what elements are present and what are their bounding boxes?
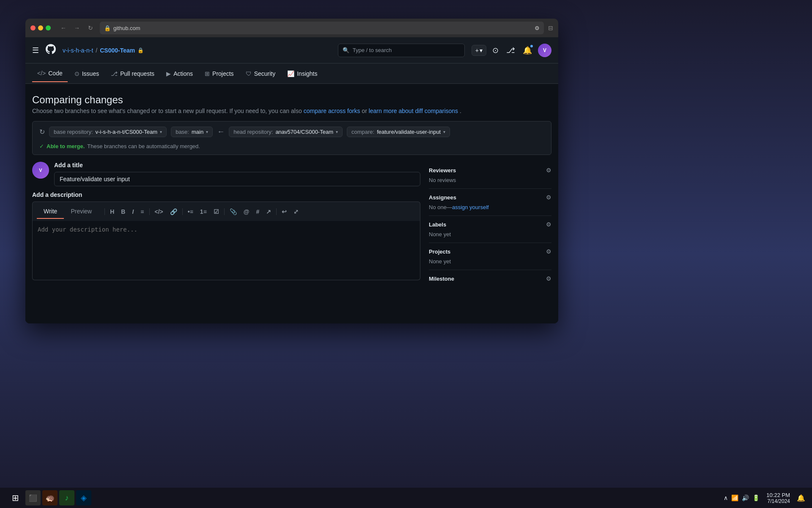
- heading-button[interactable]: H: [107, 207, 117, 217]
- swap-icon: ←: [217, 127, 225, 136]
- user-avatar: V: [32, 162, 49, 179]
- maximize-window-button[interactable]: [46, 25, 51, 30]
- assignees-gear-icon[interactable]: ⚙: [546, 194, 551, 201]
- chevron-up-icon[interactable]: ∧: [724, 494, 728, 501]
- reviewers-gear-icon[interactable]: ⚙: [546, 167, 551, 174]
- tab-code[interactable]: </> Code: [32, 65, 68, 82]
- battery-icon: 🔋: [752, 494, 760, 501]
- split-screen-icon[interactable]: ⊟: [548, 25, 553, 31]
- fullscreen-button[interactable]: ⤢: [291, 207, 301, 217]
- hamburger-menu-button[interactable]: ☰: [32, 46, 39, 55]
- refresh-button[interactable]: ↻: [85, 23, 96, 33]
- editor-toolbar: Write Preview H B I ≡ </> 🔗: [32, 202, 420, 221]
- taskbar-spotify[interactable]: ♪: [59, 490, 74, 505]
- page-subtitle: Choose two branches to see what's change…: [32, 108, 551, 114]
- minimize-window-button[interactable]: [38, 25, 43, 30]
- projects-title: Projects: [429, 248, 450, 255]
- page-title: Comparing changes: [32, 94, 551, 106]
- wifi-icon[interactable]: 📶: [731, 494, 738, 501]
- breadcrumb-sep: /: [96, 47, 97, 54]
- undo-button[interactable]: ↩: [279, 207, 289, 217]
- cross-reference-button[interactable]: ↗: [263, 207, 274, 217]
- numbered-list-button[interactable]: 1≡: [198, 207, 209, 217]
- desc-label: Add a description: [32, 191, 420, 198]
- terminal-icon: ⬛: [29, 494, 37, 502]
- github-logo[interactable]: [46, 44, 56, 57]
- write-tab[interactable]: Write: [37, 204, 64, 219]
- avatar[interactable]: V: [538, 44, 551, 57]
- attachment-button[interactable]: 📎: [227, 207, 239, 217]
- milestone-header: Milestone ⚙: [429, 275, 551, 282]
- global-search[interactable]: 🔍 Type / to search: [338, 44, 465, 57]
- labels-header: Labels ⚙: [429, 221, 551, 228]
- head-repo-select[interactable]: head repository: anav5704/CS000-Team ▾: [229, 127, 343, 137]
- url-text: github.com: [113, 25, 140, 31]
- notification-bell-icon[interactable]: 🔔: [797, 494, 805, 502]
- unordered-list-button[interactable]: •≡: [185, 207, 196, 217]
- bold-button[interactable]: B: [118, 207, 128, 217]
- pr-title-input[interactable]: [54, 172, 420, 186]
- username[interactable]: v-i-s-h-a-n-t: [63, 47, 93, 54]
- start-button[interactable]: ⊞: [7, 489, 24, 506]
- page-header: Comparing changes Choose two branches to…: [32, 94, 551, 114]
- insights-icon: 📈: [287, 70, 294, 77]
- tab-actions-label: Actions: [173, 70, 193, 77]
- taskbar-terminal[interactable]: ⬛: [25, 490, 41, 505]
- pull-requests-icon[interactable]: ⎇: [505, 44, 517, 57]
- write-preview-tabs: Write Preview: [37, 204, 99, 218]
- clock[interactable]: 10:22 PM 7/14/2024: [766, 492, 790, 504]
- preview-tab[interactable]: Preview: [64, 204, 99, 218]
- close-window-button[interactable]: [30, 25, 36, 30]
- issues-icon[interactable]: ⊙: [491, 44, 500, 57]
- issues-tab-icon: ⊙: [74, 70, 80, 77]
- lock-icon: 🔒: [104, 25, 111, 31]
- actions-icon: ▶: [166, 70, 171, 77]
- labels-gear-icon[interactable]: ⚙: [546, 221, 551, 228]
- forward-button[interactable]: →: [72, 23, 82, 33]
- tab-projects[interactable]: ⊞ Projects: [200, 65, 239, 82]
- diff-comparisons-link[interactable]: learn more about diff comparisons: [369, 108, 458, 114]
- tab-security[interactable]: 🛡 Security: [241, 65, 281, 82]
- browser-nav: ← → ↻: [58, 23, 96, 33]
- header-actions: + ▾ ⊙ ⎇ 🔔 V: [472, 44, 551, 57]
- merge-status: ✓ Able to merge. These branches can be a…: [39, 143, 544, 149]
- ordered-list-button[interactable]: ≡: [138, 207, 146, 217]
- security-icon: 🛡: [246, 70, 252, 77]
- volume-icon[interactable]: 🔊: [742, 494, 749, 501]
- compare-branch-select[interactable]: compare: feature/validate-user-input ▾: [347, 127, 450, 137]
- tab-issues[interactable]: ⊙ Issues: [69, 65, 104, 82]
- milestone-gear-icon[interactable]: ⚙: [546, 275, 551, 282]
- pr-form-area: V Add a title Add a description Write Pr…: [32, 162, 551, 313]
- tab-actions[interactable]: ▶ Actions: [161, 65, 198, 82]
- notifications-icon[interactable]: 🔔: [521, 44, 534, 57]
- repo-name[interactable]: CS000-Team: [100, 47, 135, 54]
- taskbar-anteater[interactable]: 🦔: [42, 490, 58, 505]
- plus-icon: +: [475, 47, 479, 54]
- pr-icon: ⎇: [111, 70, 118, 77]
- reviewers-title: Reviewers: [429, 167, 456, 174]
- milestone-section: Milestone ⚙: [429, 270, 551, 290]
- github-header: ☰ v-i-s-h-a-n-t / CS000-Team 🔒 🔍 Type / …: [25, 37, 558, 64]
- address-bar[interactable]: 🔒 github.com ⚙: [100, 22, 544, 34]
- tab-pull-requests[interactable]: ⎇ Pull requests: [106, 65, 159, 82]
- toolbar-separator-4: [224, 208, 225, 215]
- pr-description-textarea[interactable]: [32, 221, 420, 280]
- assign-yourself-link[interactable]: assign yourself: [452, 204, 489, 210]
- projects-gear-icon[interactable]: ⚙: [546, 248, 551, 255]
- new-dropdown-button[interactable]: + ▾: [472, 45, 486, 56]
- tab-projects-label: Projects: [212, 70, 234, 77]
- mention-button[interactable]: @: [241, 207, 252, 217]
- base-branch-select[interactable]: base: main ▾: [171, 127, 213, 137]
- taskbar-vscode[interactable]: ◈: [76, 490, 91, 505]
- compare-forks-link[interactable]: compare across forks: [304, 108, 360, 114]
- base-repo-select[interactable]: base repository: v-i-s-h-a-n-t/CS000-Tea…: [49, 127, 167, 137]
- head-repo-chevron: ▾: [336, 130, 338, 134]
- italic-button[interactable]: I: [129, 207, 136, 217]
- spotify-icon: ♪: [65, 494, 69, 502]
- tab-insights[interactable]: 📈 Insights: [282, 65, 322, 82]
- code-button[interactable]: </>: [152, 207, 166, 217]
- back-button[interactable]: ←: [58, 23, 69, 33]
- checklist-button[interactable]: ☑: [211, 207, 222, 217]
- reference-button[interactable]: #: [253, 207, 262, 217]
- link-button[interactable]: 🔗: [167, 207, 180, 217]
